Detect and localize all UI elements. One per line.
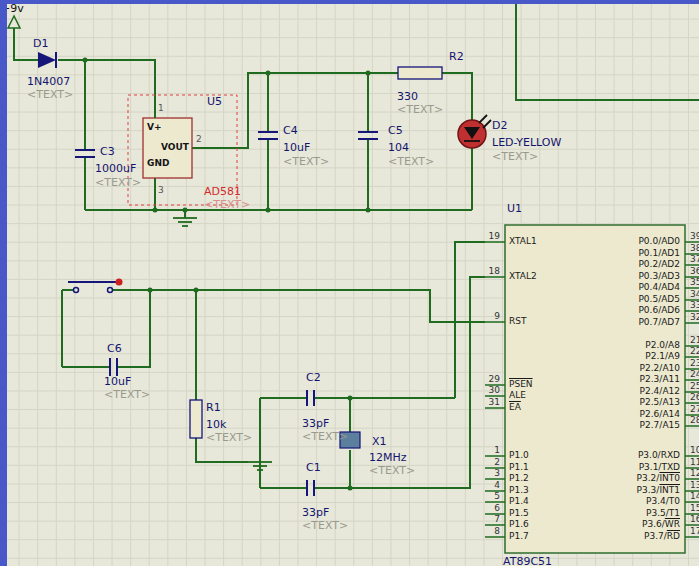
c6-capacitor[interactable] (110, 358, 117, 376)
ground-icon[interactable] (173, 218, 197, 226)
d2-led[interactable] (458, 115, 491, 148)
r2-resistor[interactable] (398, 67, 442, 79)
x1-crystal[interactable] (340, 432, 360, 448)
schematic-canvas[interactable] (0, 0, 699, 566)
u5-regulator[interactable] (128, 95, 237, 205)
c4-capacitor[interactable] (258, 132, 278, 139)
d1-diode[interactable] (38, 52, 56, 68)
wire[interactable] (442, 73, 472, 120)
wire[interactable] (196, 438, 248, 462)
c2-capacitor[interactable] (307, 390, 314, 406)
wire[interactable] (58, 60, 155, 100)
schematic-sheet: +9v D1 1N4007 <TEXT> C3 1000uF <TEXT> U5… (0, 0, 699, 566)
wire[interactable] (14, 28, 38, 60)
sheet-border-left (0, 0, 7, 566)
wire[interactable] (117, 290, 150, 367)
sheet-border-top (0, 0, 699, 4)
c1-capacitor[interactable] (307, 480, 314, 496)
c5-capacitor[interactable] (358, 132, 378, 139)
r1-resistor[interactable] (190, 400, 202, 438)
wire[interactable] (314, 277, 485, 488)
power-terminal-icon[interactable] (8, 16, 20, 28)
wire[interactable] (113, 290, 485, 322)
junction-dots (83, 58, 371, 491)
wire[interactable] (516, 4, 699, 100)
u1-mcu-body[interactable] (505, 225, 685, 553)
c3-capacitor[interactable] (75, 150, 95, 157)
button-actuator-dot[interactable] (116, 279, 123, 286)
